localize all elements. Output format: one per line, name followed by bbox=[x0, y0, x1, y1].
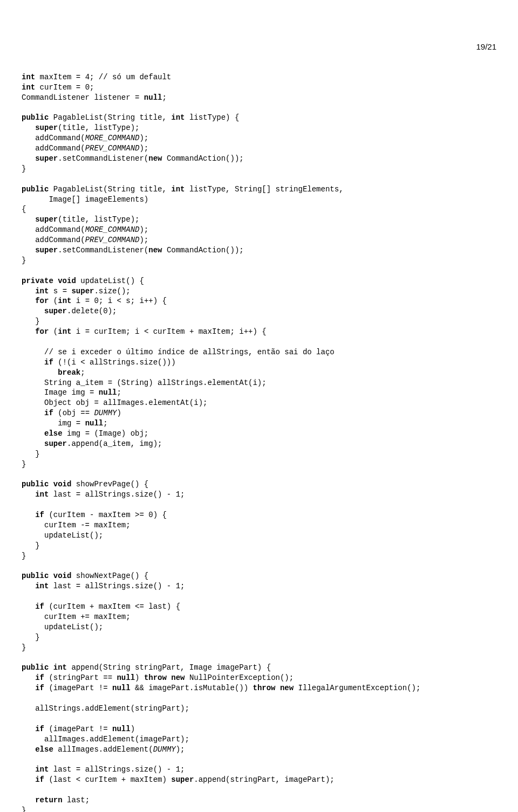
kw-int: int bbox=[35, 765, 49, 774]
code-text: { bbox=[22, 205, 26, 214]
code-text: (imagePart != bbox=[44, 684, 112, 692]
const: PREV_COMMAND bbox=[85, 236, 140, 244]
kw-if: if bbox=[35, 673, 44, 682]
kw-private-void: private void bbox=[22, 277, 76, 285]
code-text: .delete(0); bbox=[67, 307, 117, 315]
kw-null: null bbox=[85, 419, 104, 428]
kw-public-void: public void bbox=[22, 572, 71, 580]
code-text bbox=[22, 511, 35, 519]
code-text bbox=[22, 368, 58, 377]
code-text: Image[] imageElements) bbox=[22, 195, 148, 204]
code-text: showPrevPage() { bbox=[71, 480, 148, 488]
code-text: listType, String[] stringElements, bbox=[185, 185, 343, 194]
code-text: CommandListener listener = bbox=[22, 93, 144, 102]
kw-if: if bbox=[44, 409, 53, 417]
code-text: addCommand( bbox=[22, 225, 85, 234]
code-text: ) bbox=[131, 725, 135, 733]
kw-int: int bbox=[171, 113, 185, 122]
code-text: ; bbox=[103, 419, 107, 428]
code-text: } bbox=[22, 552, 26, 560]
code-text bbox=[22, 123, 35, 132]
code-text bbox=[22, 684, 35, 692]
code-text: img = bbox=[22, 419, 85, 428]
kw-int: int bbox=[171, 185, 185, 194]
kw-int: int bbox=[35, 490, 49, 499]
const: MORE_COMMAND bbox=[85, 134, 140, 142]
code-text: addCommand( bbox=[22, 144, 85, 153]
code-text bbox=[22, 775, 35, 784]
code-text: } bbox=[22, 450, 40, 458]
code-text: IllegalArgumentException(); bbox=[294, 684, 420, 692]
code-text: Object obj = allImages.elementAt(i); bbox=[22, 398, 207, 407]
code-text: } bbox=[22, 643, 26, 652]
code-text: listType) { bbox=[185, 113, 239, 122]
code-text bbox=[22, 358, 44, 367]
kw-for: for bbox=[35, 327, 49, 336]
code-text: last = allStrings.size() - 1; bbox=[49, 765, 185, 774]
page-number: 19/21 bbox=[22, 42, 496, 52]
code-text: (stringPart == bbox=[44, 673, 117, 682]
code-text: (title, listType); bbox=[58, 215, 139, 224]
code-text bbox=[22, 154, 35, 163]
code-text: s = bbox=[49, 287, 71, 295]
code-text: } bbox=[22, 317, 40, 326]
code-text: .append(a_item, img); bbox=[67, 439, 162, 448]
code-text: NullPointerException(); bbox=[185, 673, 294, 682]
kw-if: if bbox=[35, 725, 44, 733]
code-text: (obj == bbox=[53, 409, 94, 417]
kw-super: super bbox=[71, 287, 94, 295]
code-text: curItem += maxItem; bbox=[22, 613, 131, 621]
code-text bbox=[22, 673, 35, 682]
code-text: Image img = bbox=[22, 388, 99, 397]
code-text: updateList(); bbox=[22, 623, 103, 631]
code-text: addCommand( bbox=[22, 134, 85, 142]
code-text: (curItem + maxItem <= last) { bbox=[44, 602, 180, 611]
code-text: updateList(); bbox=[22, 531, 103, 540]
code-text bbox=[22, 745, 35, 754]
code-text bbox=[22, 439, 44, 448]
code-text bbox=[22, 725, 35, 733]
code-text bbox=[22, 297, 35, 305]
kw-super: super bbox=[44, 439, 67, 448]
code-text bbox=[22, 327, 35, 336]
code-block: int maxItem = 4; // só um default int cu… bbox=[22, 72, 496, 812]
code-text: img = (Image) obj; bbox=[63, 429, 149, 438]
code-text: last; bbox=[63, 796, 90, 804]
kw-super: super bbox=[171, 775, 194, 784]
const: DUMMY bbox=[153, 745, 176, 754]
code-text: ) bbox=[117, 409, 121, 417]
code-text bbox=[22, 307, 44, 315]
code-text bbox=[22, 215, 35, 224]
code-text: CommandAction()); bbox=[162, 246, 243, 254]
code-text: maxItem = 4; // só um default bbox=[35, 73, 171, 81]
kw-throw-new: throw new bbox=[144, 673, 185, 682]
code-text: append(String stringPart, Image imagePar… bbox=[67, 663, 271, 672]
code-text: allImages.addElement( bbox=[53, 745, 153, 754]
code-text: showNextPage() { bbox=[71, 572, 148, 580]
kw-int: int bbox=[35, 582, 49, 590]
kw-public-int: public int bbox=[22, 663, 67, 672]
kw-break: break bbox=[58, 368, 80, 377]
kw-throw-new: throw new bbox=[253, 684, 294, 692]
kw-if: if bbox=[35, 511, 44, 519]
kw-int: int bbox=[35, 287, 49, 295]
code-text: (last < curItem + maxItem) bbox=[44, 775, 171, 784]
kw-new: new bbox=[148, 246, 162, 254]
code-text: last = allStrings.size() - 1; bbox=[49, 490, 185, 499]
kw-int: int bbox=[58, 327, 71, 336]
code-text: curItem -= maxItem; bbox=[22, 521, 131, 529]
code-text bbox=[22, 796, 35, 804]
kw-int: int bbox=[22, 83, 35, 92]
code-text bbox=[22, 246, 35, 254]
code-text: } bbox=[22, 460, 26, 469]
kw-return: return bbox=[35, 796, 62, 804]
const: DUMMY bbox=[94, 409, 117, 417]
kw-for: for bbox=[35, 297, 49, 305]
kw-super: super bbox=[35, 123, 58, 132]
code-text: addCommand( bbox=[22, 236, 85, 244]
code-text bbox=[22, 287, 35, 295]
kw-null: null bbox=[112, 725, 131, 733]
kw-public-void: public void bbox=[22, 480, 71, 488]
code-text: PagableList(String title, bbox=[49, 113, 171, 122]
code-text bbox=[22, 765, 35, 774]
